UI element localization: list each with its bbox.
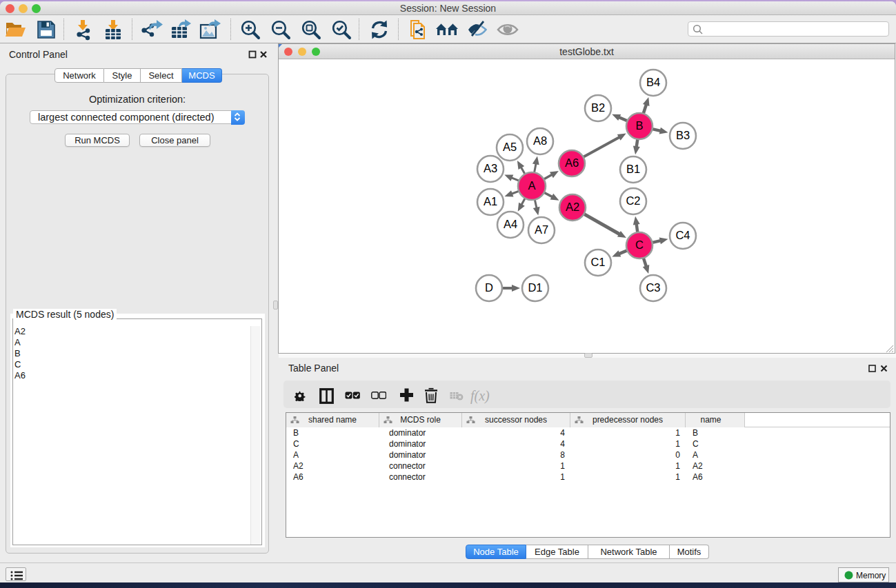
svg-text:B1: B1 [626, 163, 640, 175]
svg-text:C1: C1 [590, 256, 605, 268]
svg-text:A5: A5 [503, 141, 517, 153]
svg-text:A1: A1 [484, 195, 497, 207]
svg-text:A7: A7 [535, 223, 548, 236]
svg-text:B: B [635, 119, 643, 132]
svg-text:C2: C2 [626, 194, 640, 207]
svg-text:C3: C3 [646, 281, 660, 294]
svg-text:C: C [635, 239, 644, 251]
svg-text:A4: A4 [504, 218, 517, 230]
svg-text:A8: A8 [533, 134, 547, 147]
svg-text:B4: B4 [646, 76, 660, 88]
svg-text:A3: A3 [484, 162, 497, 174]
svg-text:A6: A6 [565, 156, 579, 169]
svg-text:D: D [485, 281, 493, 294]
svg-text:D1: D1 [528, 281, 542, 294]
svg-text:A: A [528, 179, 535, 192]
svg-text:A2: A2 [566, 201, 579, 213]
svg-text:C4: C4 [675, 229, 690, 241]
svg-text:B2: B2 [591, 101, 605, 114]
svg-text:B3: B3 [676, 129, 690, 141]
